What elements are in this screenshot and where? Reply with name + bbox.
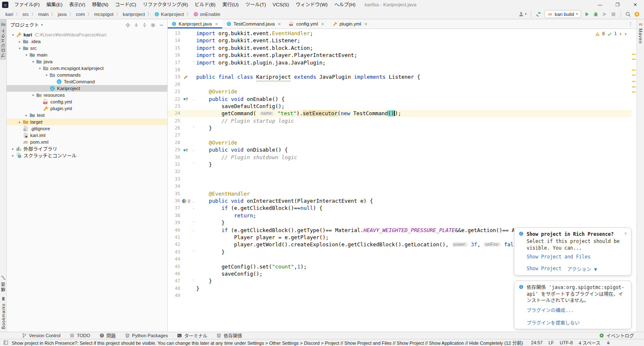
breadcrumb-item[interactable]: CKariproject bbox=[153, 11, 185, 17]
chevron-down-icon[interactable]: ▾ bbox=[30, 93, 36, 97]
tree-item-commands[interactable]: ▾commands bbox=[7, 72, 167, 78]
close-tab-icon[interactable]: ✕ bbox=[278, 22, 281, 26]
breadcrumb-item[interactable]: com bbox=[75, 11, 86, 17]
tree-item-plugin.yml[interactable]: plugin.yml bbox=[7, 105, 167, 112]
build-button[interactable] bbox=[535, 11, 541, 17]
breadcrumb-item[interactable]: java bbox=[57, 11, 68, 17]
run-button[interactable] bbox=[584, 11, 590, 17]
tab-options-kebab-icon[interactable]: ⋮ bbox=[625, 21, 636, 27]
encoding[interactable]: UTF-8 bbox=[560, 340, 573, 345]
breadcrumb-item[interactable]: main bbox=[37, 11, 50, 17]
coverage-button[interactable] bbox=[602, 11, 608, 17]
code-line-29[interactable]: 29⌄ public void onDisable() { bbox=[168, 146, 631, 153]
code-line-18[interactable]: 18 bbox=[168, 66, 631, 73]
code-line-22[interactable]: 22⌄ public void onEnable() { bbox=[168, 96, 631, 103]
tree-item-Kariproject[interactable]: CKariproject bbox=[7, 85, 167, 92]
chevron-right-icon[interactable]: ▸ bbox=[17, 120, 23, 124]
panel-crosshair-button[interactable] bbox=[125, 22, 130, 28]
code-line-23[interactable]: 23 saveDefaultConfig(); bbox=[168, 103, 631, 110]
close-tab-icon[interactable]: ✕ bbox=[321, 22, 324, 26]
code-line-33[interactable]: 33 bbox=[168, 176, 631, 183]
code-line-31[interactable]: 31⌃ } bbox=[168, 161, 631, 168]
editor-tab-plugin.yml[interactable]: plugin.yml✕ bbox=[329, 19, 372, 28]
menu-ツール(T)[interactable]: ツール(T) bbox=[242, 0, 269, 9]
tree-item-kari[interactable]: ▾kariC:¥Users¥lenli¥IdeaProjects¥kari bbox=[7, 31, 167, 38]
warning-stripe-mark[interactable] bbox=[632, 91, 636, 93]
status-message[interactable]: Show project in Rich Presence?: Select i… bbox=[12, 339, 528, 346]
panel-minus-button[interactable] bbox=[159, 22, 164, 28]
warning-stripe-mark[interactable] bbox=[632, 81, 636, 82]
notification-actions-dropdown[interactable]: アクション ▼ bbox=[567, 266, 597, 272]
tree-item-test[interactable]: ▸test bbox=[7, 112, 167, 119]
menu-ファイル(F)[interactable]: ファイル(F) bbox=[11, 0, 43, 9]
gutter-marker[interactable] bbox=[180, 96, 191, 103]
code-line-24[interactable]: 24 getCommand( name: "test").setExecutor… bbox=[168, 110, 631, 117]
tree-item-.gitignore[interactable]: .gitignore bbox=[7, 125, 167, 132]
menu-リファクタリング(R)[interactable]: リファクタリング(R) bbox=[140, 0, 192, 9]
tool-stripe-tab-Maven[interactable]: mMaven bbox=[637, 19, 644, 46]
editor-tab-TestCommand.java[interactable]: CTestCommand.java✕ bbox=[223, 19, 286, 28]
code-editor[interactable]: 13import org.bukkit.event.EventHandler;1… bbox=[168, 29, 636, 332]
chevron-down-icon[interactable]: ▾ bbox=[41, 23, 43, 27]
tree-item-java[interactable]: ▾java bbox=[7, 58, 167, 65]
code-line-35[interactable]: 35 @EventHandler bbox=[168, 190, 631, 197]
code-line-39[interactable]: 39⌃ } bbox=[168, 219, 631, 226]
fold-marker[interactable]: ⌃ bbox=[191, 161, 196, 168]
chevron-down-icon[interactable]: ▾ bbox=[17, 46, 23, 50]
tree-item-main[interactable]: ▾main bbox=[7, 52, 167, 58]
chevron-down-icon[interactable]: ▾ bbox=[23, 53, 29, 57]
notification-link[interactable]: Show Project and Files bbox=[527, 254, 590, 260]
warning-stripe-mark[interactable] bbox=[632, 86, 636, 88]
minimize-button[interactable]: — bbox=[591, 0, 609, 9]
tree-item-src[interactable]: ▾src bbox=[7, 45, 167, 52]
fold-marker[interactable]: ⌃ bbox=[191, 219, 196, 226]
update-button[interactable] bbox=[634, 11, 640, 17]
fold-marker[interactable]: ⌄ bbox=[191, 227, 196, 234]
gutter-marker[interactable]: @ bbox=[180, 197, 191, 204]
code-line-28[interactable]: 28 @Override bbox=[168, 139, 631, 146]
indent-setting[interactable]: 4 スペース bbox=[579, 339, 600, 346]
collapse-notification-icon[interactable]: ∨ bbox=[625, 231, 627, 272]
fold-marker[interactable]: ⌃ bbox=[191, 248, 196, 256]
notification-link[interactable]: プラグインを提案しない bbox=[527, 319, 580, 326]
code-line-21[interactable]: 21 @Override bbox=[168, 88, 631, 95]
panel-expand-button[interactable] bbox=[134, 22, 139, 28]
code-line-13[interactable]: 13import org.bukkit.event.EventHandler; bbox=[168, 30, 631, 37]
profile-button[interactable]: ▾ bbox=[518, 11, 527, 17]
tool-window-button-Version Control[interactable]: Version Control bbox=[22, 333, 60, 338]
stop-button[interactable] bbox=[610, 11, 616, 17]
code-line-25[interactable]: 25 // Plugin startup logic bbox=[168, 117, 631, 124]
chevron-down-icon[interactable]: ▾ bbox=[37, 67, 43, 70]
search-everywhere-button[interactable] bbox=[625, 11, 631, 17]
tree-item-kari.iml[interactable]: kari.iml bbox=[7, 132, 167, 139]
fold-marker[interactable]: ⌃ bbox=[191, 277, 196, 284]
caret-position[interactable]: 24:57 bbox=[531, 340, 543, 345]
tree-item-外部ライブラリ[interactable]: ▸外部ライブラリ bbox=[7, 145, 167, 152]
tool-window-button-問題[interactable]: 問題 bbox=[99, 332, 116, 339]
lock-icon[interactable] bbox=[606, 341, 610, 345]
chevron-right-icon[interactable]: ▸ bbox=[23, 114, 29, 117]
gutter-marker[interactable] bbox=[180, 146, 191, 153]
tree-item-config.yml[interactable]: YMLconfig.yml bbox=[7, 98, 167, 105]
tool-window-switcher-icon[interactable] bbox=[3, 340, 8, 345]
code-line-34[interactable]: 34 bbox=[168, 183, 631, 190]
event-log-button[interactable]: イベントログ bbox=[599, 332, 644, 339]
menu-表示(V)[interactable]: 表示(V) bbox=[66, 0, 88, 9]
menu-ビルド(B)[interactable]: ビルド(B) bbox=[191, 0, 219, 9]
tree-item-target[interactable]: ▸target bbox=[7, 119, 167, 125]
code-line-27[interactable]: 27 bbox=[168, 132, 631, 139]
menu-ヘルプ(H)[interactable]: ヘルプ(H) bbox=[331, 0, 358, 9]
code-line-19[interactable]: 19public final class Kariproject extends… bbox=[168, 73, 631, 80]
project-panel-title[interactable]: プロジェクト bbox=[10, 21, 39, 28]
panel-gear-button[interactable] bbox=[151, 22, 156, 28]
tree-item-.idea[interactable]: ▸.idea bbox=[7, 38, 167, 45]
menu-コード(C)[interactable]: コード(C) bbox=[112, 0, 139, 9]
tool-window-button-ターミナル[interactable]: ターミナル bbox=[177, 332, 207, 339]
code-line-26[interactable]: 26⌃ } bbox=[168, 124, 631, 132]
code-line-20[interactable]: 20 bbox=[168, 81, 631, 88]
chevron-right-icon[interactable]: ▸ bbox=[10, 154, 16, 158]
breadcrumb-item[interactable]: monEnable bbox=[192, 11, 222, 17]
prev-problem-button[interactable]: ∧ bbox=[619, 32, 622, 36]
fold-marker[interactable]: ⌄ bbox=[191, 146, 196, 153]
run-config-select[interactable]: mkari build▾ bbox=[544, 10, 581, 18]
